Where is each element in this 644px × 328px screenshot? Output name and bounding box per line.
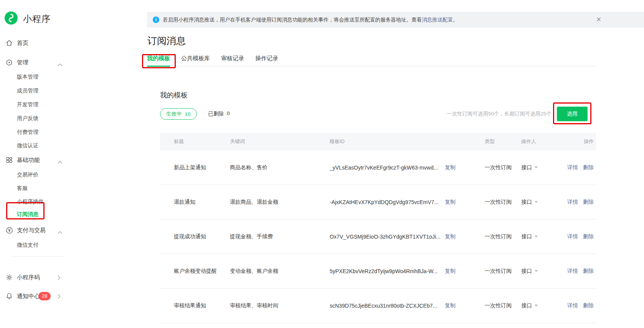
filter-deleted-label: 已删除 bbox=[208, 110, 224, 117]
detail-link[interactable]: 详情 bbox=[567, 268, 578, 275]
sidebar-item-label: 管理 bbox=[17, 59, 28, 66]
filter-active-count: 10 bbox=[185, 111, 191, 117]
header-keywords: 关键词 bbox=[230, 138, 330, 145]
template-id: _yVLsEasOytr7vKeEFgr9czT-gkW63-mvwd... bbox=[330, 165, 445, 171]
operator-label: 接口 bbox=[521, 302, 532, 308]
delete-link[interactable]: 删除 bbox=[583, 268, 594, 275]
template-type: 一次性订阅 bbox=[485, 164, 521, 171]
sidebar-item-label: 订阅消息 bbox=[17, 211, 38, 218]
sidebar-item-manage[interactable]: 管理 bbox=[0, 56, 71, 69]
copy-link[interactable]: 复制 bbox=[445, 164, 456, 170]
my-templates-section: 我的模板 生效中 10 已删除 0 一次性订阅可选用50个，长期订阅可选用25个… bbox=[160, 91, 596, 323]
sidebar-item-label: 通知中心 bbox=[17, 293, 40, 300]
template-keywords: 退款商品、退款金额 bbox=[230, 199, 330, 206]
sidebar-item-label: 小程序插件 bbox=[17, 198, 44, 205]
notice-suffix: 。 bbox=[453, 16, 458, 23]
sidebar-divider bbox=[11, 256, 65, 257]
delete-link[interactable]: 删除 bbox=[583, 199, 594, 206]
chevron-up-icon bbox=[58, 61, 63, 68]
sidebar-item-pay-manage[interactable]: 付费管理 bbox=[0, 125, 71, 139]
template-id: Ox7V_VGSMj9EioO-3zhGYdgKBT1XVT1oJi... bbox=[330, 234, 445, 240]
filter-deleted-count: 0 bbox=[227, 110, 230, 117]
table-row: 提现成功通知 提现金额、手续费 Ox7V_VGSMj9EioO-3zhGYdgK… bbox=[160, 219, 596, 254]
sparkle-code-icon bbox=[5, 273, 13, 282]
header-type: 类型 bbox=[485, 138, 521, 145]
delete-link[interactable]: 删除 bbox=[583, 302, 594, 309]
sidebar-item-develop-manage[interactable]: 开发管理 bbox=[0, 98, 71, 112]
template-id: 5yPXE2KbvVeRz2dTyijw9pWo4RmhBJa-W... bbox=[330, 268, 445, 274]
sidebar-item-label: 首页 bbox=[17, 40, 28, 47]
operator-dropdown[interactable]: 接口 bbox=[521, 199, 558, 206]
sidebar-item-subscribe-message[interactable]: 订阅消息 bbox=[0, 208, 71, 221]
tab-operation-records[interactable]: 操作记录 bbox=[255, 55, 278, 66]
notice-bar: i 若启用小程序消息推送，用户在手机客户端使用订阅消息功能的相关事件，将会推送至… bbox=[147, 12, 644, 28]
chevron-down-icon bbox=[535, 305, 538, 307]
chevron-right-icon bbox=[58, 275, 61, 282]
bell-icon bbox=[5, 292, 13, 300]
copy-link[interactable]: 复制 bbox=[445, 268, 456, 274]
yuan-circle-icon bbox=[5, 226, 13, 234]
operator-dropdown[interactable]: 接口 bbox=[521, 302, 558, 309]
home-icon bbox=[5, 39, 13, 47]
tab-review-records[interactable]: 审核记录 bbox=[221, 55, 244, 66]
sidebar-item-pay-and-trade[interactable]: 支付与交易 bbox=[0, 223, 71, 237]
chevron-right-icon bbox=[58, 293, 61, 300]
sidebar-item-label: 开发管理 bbox=[17, 101, 38, 108]
filter-deleted[interactable]: 已删除 0 bbox=[208, 110, 230, 117]
app-title: 小程序 bbox=[23, 13, 51, 25]
operator-dropdown[interactable]: 接口 bbox=[521, 268, 558, 275]
tab-public-template-library[interactable]: 公共模板库 bbox=[181, 55, 210, 66]
template-keywords: 提现金额、手续费 bbox=[230, 233, 330, 240]
sidebar-item-label: 付费管理 bbox=[17, 129, 38, 136]
sidebar-item-label: 用户反馈 bbox=[17, 115, 38, 122]
templates-table: 标题 关键词 模板ID 类型 操作人 操作 新品上架通知 商品名称、售价 _yV… bbox=[160, 133, 596, 323]
tab-bar: 我的模板 公共模板库 审核记录 操作记录 bbox=[147, 55, 596, 66]
copy-link[interactable]: 复制 bbox=[445, 302, 456, 308]
sidebar-item-basic-functions[interactable]: 基础功能 bbox=[0, 153, 71, 167]
filter-row: 生效中 10 已删除 0 一次性订阅可选用50个，长期订阅可选用25个 选用 bbox=[160, 107, 596, 121]
tab-my-templates[interactable]: 我的模板 bbox=[147, 55, 170, 66]
sidebar-item-notify-center[interactable]: 通知中心 28 bbox=[0, 289, 71, 303]
template-id: -AjxKZAtHEvX7KpYdDQDgVdg975vcEmV7... bbox=[330, 199, 445, 205]
sidebar-item-user-feedback[interactable]: 用户反馈 bbox=[0, 112, 71, 125]
sidebar-item-version-manage[interactable]: 版本管理 bbox=[0, 70, 71, 84]
sidebar-item-plugin[interactable]: 小程序插件 bbox=[0, 195, 71, 209]
table-header-row: 标题 关键词 模板ID 类型 操作人 操作 bbox=[160, 133, 596, 150]
sidebar-item-trade-review[interactable]: 交易评价 bbox=[0, 168, 71, 182]
notice-text: 若启用小程序消息推送，用户在手机客户端使用订阅消息功能的相关事件，将会推送至所配… bbox=[163, 16, 422, 23]
table-row: 退款通知 退款商品、退款金额 -AjxKZAtHEvX7KpYdDQDgVdg9… bbox=[160, 185, 596, 219]
detail-link[interactable]: 详情 bbox=[567, 164, 578, 171]
template-id: scN39D75cJjeBEcxu31nr80otb-ZCXJCEb7... bbox=[330, 303, 445, 309]
sidebar-item-mini-program-code[interactable]: 小程序码 bbox=[0, 270, 71, 284]
copy-link[interactable]: 复制 bbox=[445, 233, 456, 239]
detail-link[interactable]: 详情 bbox=[567, 302, 578, 309]
operator-dropdown[interactable]: 接口 bbox=[521, 233, 558, 240]
template-title: 提现成功通知 bbox=[160, 233, 230, 240]
manage-icon bbox=[5, 58, 13, 67]
chevron-down-icon bbox=[535, 166, 538, 168]
sidebar-item-member-manage[interactable]: 成员管理 bbox=[0, 84, 71, 98]
sidebar-item-label: 客服 bbox=[17, 185, 28, 192]
detail-link[interactable]: 详情 bbox=[567, 199, 578, 206]
copy-link[interactable]: 复制 bbox=[445, 199, 456, 205]
sidebar-item-customer-service[interactable]: 客服 bbox=[0, 181, 71, 195]
brand: 小程序 bbox=[5, 12, 51, 26]
sidebar-item-wechat-verify[interactable]: 微信认证 bbox=[0, 139, 71, 153]
template-title: 账户余额变动提醒 bbox=[160, 268, 230, 275]
header-title: 标题 bbox=[160, 138, 230, 145]
message-push-config-link[interactable]: 消息推送配置 bbox=[422, 16, 453, 23]
sidebar-item-wechat-pay[interactable]: 微信支付 bbox=[0, 238, 71, 252]
operator-dropdown[interactable]: 接口 bbox=[521, 164, 558, 171]
delete-link[interactable]: 删除 bbox=[583, 233, 594, 240]
table-row: 账户余额变动提醒 变动金额、账户余额 5yPXE2KbvVeRz2dTyijw9… bbox=[160, 254, 596, 288]
select-button[interactable]: 选用 bbox=[557, 107, 588, 121]
header-actions: 操作 bbox=[558, 138, 596, 145]
detail-link[interactable]: 详情 bbox=[567, 233, 578, 240]
info-icon: i bbox=[153, 16, 159, 23]
delete-link[interactable]: 删除 bbox=[583, 164, 594, 171]
close-icon[interactable]: × bbox=[596, 15, 601, 23]
operator-label: 接口 bbox=[521, 199, 532, 205]
filter-active-pill[interactable]: 生效中 10 bbox=[160, 108, 197, 120]
sidebar-item-home[interactable]: 首页 bbox=[0, 36, 71, 50]
filter-active-label: 生效中 bbox=[166, 110, 182, 117]
